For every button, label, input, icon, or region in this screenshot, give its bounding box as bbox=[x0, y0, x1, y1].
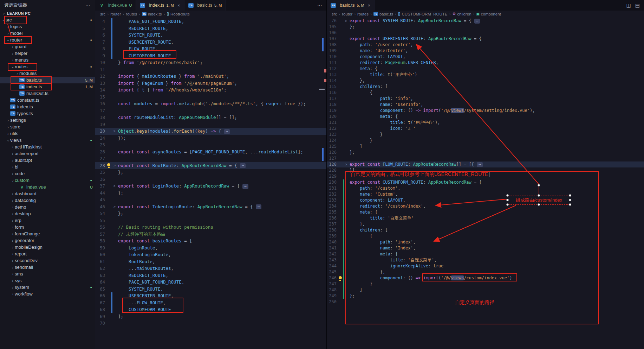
code-line-243[interactable]: 243 title: '自定义菜单', bbox=[327, 257, 644, 263]
code-line-244[interactable]: 244 ignoreKeepAlive: true bbox=[327, 263, 644, 269]
code-line-44[interactable]: 44}; bbox=[95, 190, 326, 197]
code-line-116[interactable]: 116 { bbox=[327, 90, 644, 96]
code-line-24[interactable]: 24}); bbox=[95, 135, 326, 142]
code-line-229[interactable]: 229 bbox=[327, 173, 644, 179]
code-line-68[interactable]: 68 CUSTOMFORM_ROUTE bbox=[95, 306, 326, 313]
breadcrumb-item-component[interactable]: ▣component bbox=[476, 12, 501, 16]
code-line-5[interactable]: 5 REDIRECT_ROUTE, bbox=[95, 25, 326, 32]
code-line-76[interactable]: 76>export const SYSTEM_ROUTE: AppRouteRe… bbox=[327, 18, 644, 24]
tree-item-settings[interactable]: ›settings bbox=[0, 117, 95, 123]
code-line-18[interactable]: 18const routeModuleList: AppRouteModule[… bbox=[95, 114, 326, 121]
code-line-232[interactable]: 232 name: 'Custom', bbox=[327, 191, 644, 197]
tree-item-routes[interactable]: ⌄routes● bbox=[0, 63, 95, 70]
code-line-13[interactable]: 13import { PageEnum } from '/@/enums/pag… bbox=[95, 80, 326, 87]
tree-item-model[interactable]: ›model bbox=[0, 30, 95, 37]
code-line-59[interactable]: 59 LoginRoute, bbox=[95, 245, 326, 252]
code-line-69[interactable]: 69]; bbox=[95, 313, 326, 320]
fold-chevron-icon[interactable]: > bbox=[345, 18, 350, 24]
fold-chevron-icon[interactable]: > bbox=[113, 162, 118, 169]
code-line-119[interactable]: 119 component: () => import('/@/views/sy… bbox=[327, 108, 644, 114]
code-line-121[interactable]: 121 title: t('用户中心'), bbox=[327, 120, 644, 126]
right-action-icon-1[interactable]: ▤ bbox=[635, 2, 640, 8]
close-icon[interactable]: × bbox=[177, 3, 180, 8]
code-line-125[interactable]: 125 ] bbox=[327, 144, 644, 150]
folded-ellipsis[interactable]: ⋯ bbox=[474, 19, 480, 24]
code-line-67[interactable]: 67 ...FLOW_ROUTE, bbox=[95, 299, 326, 306]
tree-item-modules[interactable]: ›modules bbox=[0, 70, 95, 77]
code-line-25[interactable]: 25 bbox=[95, 141, 326, 148]
folded-ellipsis[interactable]: ⋯ bbox=[224, 129, 230, 134]
code-line-113[interactable]: 113 title: t('用户中心') bbox=[327, 72, 644, 78]
code-line-16[interactable]: 16const modules = import.meta.glob('./mo… bbox=[95, 100, 326, 107]
tree-item-actHiTaskinst[interactable]: ›actHiTaskinst bbox=[0, 144, 95, 150]
more-actions-icon[interactable]: ⋯ bbox=[85, 2, 91, 8]
tree-item-basic.ts[interactable]: TSbasic.ts5, M bbox=[0, 77, 95, 83]
tree-item-sendmail[interactable]: ›sendmail bbox=[0, 264, 95, 271]
code-line-45[interactable]: 45 bbox=[95, 196, 326, 203]
tree-item-index.ts[interactable]: TSindex.ts bbox=[0, 103, 95, 110]
code-line-242[interactable]: 242 meta: { bbox=[327, 251, 644, 257]
code-line-17[interactable]: 17 bbox=[95, 107, 326, 114]
tree-item-src[interactable]: ⌄src● bbox=[0, 17, 95, 23]
folded-ellipsis[interactable]: ⋯ bbox=[477, 162, 483, 167]
tree-item-erp[interactable]: ›erp bbox=[0, 217, 95, 224]
code-line-28[interactable]: 28>export const RootRoute: AppRouteRecor… bbox=[95, 162, 326, 169]
code-line-127[interactable]: 127 bbox=[327, 156, 644, 161]
breadcrumb-item-index.ts[interactable]: TSindex.ts bbox=[142, 12, 162, 16]
tree-item-index.ts[interactable]: TSindex.ts1, M bbox=[0, 83, 95, 90]
fold-chevron-icon[interactable]: > bbox=[113, 183, 118, 190]
middle-code-area[interactable]: 4 PAGE_NOT_FOUND_ROUTE,5 REDIRECT_ROUTE,… bbox=[95, 17, 326, 349]
tree-item-activereport[interactable]: ›activereport bbox=[0, 150, 95, 157]
code-line-61[interactable]: 61 RootRoute, bbox=[95, 258, 326, 265]
code-line-26[interactable]: 26export const asyncRoutes = [PAGE_NOT_F… bbox=[95, 148, 326, 156]
code-line-37[interactable]: 37>export const LoginRoute: AppRouteReco… bbox=[95, 183, 326, 190]
code-line-54[interactable]: 54}; bbox=[95, 210, 326, 217]
lightbulb-icon[interactable] bbox=[338, 275, 343, 281]
lightbulb-icon[interactable] bbox=[106, 162, 111, 169]
code-line-115[interactable]: 115 children: [ bbox=[327, 84, 644, 90]
code-line-128[interactable]: 128>export const FLOW_ROUTE: AppRouteRec… bbox=[327, 161, 644, 167]
tree-item-custom[interactable]: ⌄custom● bbox=[0, 177, 95, 184]
middle-action-icon-0[interactable]: ⋯ bbox=[317, 2, 322, 8]
code-line-118[interactable]: 118 name: 'UserInfo', bbox=[327, 102, 644, 108]
tree-item-workflow[interactable]: ›workflow bbox=[0, 291, 95, 297]
code-line-58[interactable]: 58export const basicRoutes = [ bbox=[95, 237, 326, 245]
tree-item-report[interactable]: ›report bbox=[0, 250, 95, 257]
code-line-57[interactable]: 57// 未经许可的基本路由 bbox=[95, 231, 326, 238]
code-line-65[interactable]: 65 SYSTEM_ROUTE, bbox=[95, 286, 326, 293]
code-line-109[interactable]: 109 name: 'UserCenter', bbox=[327, 48, 644, 54]
code-line-112[interactable]: 112 meta: { bbox=[327, 66, 644, 72]
tab-basic.ts[interactable]: TSbasic.ts5, M× bbox=[327, 0, 375, 11]
breadcrumb-item-RootRoute[interactable]: {}RootRoute bbox=[167, 12, 190, 16]
tree-item-index.vue[interactable]: Vindex.vueU bbox=[0, 184, 95, 190]
tree-item-system[interactable]: ›system● bbox=[0, 284, 95, 291]
code-line-245[interactable]: 245 }, bbox=[327, 269, 644, 275]
code-line-241[interactable]: 241 name: 'Index', bbox=[327, 245, 644, 251]
tab-basic.ts[interactable]: TSbasic.ts5, M bbox=[184, 0, 226, 11]
code-line-46[interactable]: 46>export const TokenLoginRoute: AppRout… bbox=[95, 203, 326, 210]
breadcrumb-item-src[interactable]: src bbox=[100, 12, 105, 16]
code-line-56[interactable]: 56// Basic routing without permissions bbox=[95, 224, 326, 231]
code-line-124[interactable]: 124 } bbox=[327, 138, 644, 144]
breadcrumb-item-children[interactable]: ⚙children bbox=[452, 12, 471, 16]
breadcrumb-item-src[interactable]: src bbox=[332, 12, 337, 16]
code-line-27[interactable]: 27 bbox=[95, 155, 326, 162]
code-line-250[interactable]: 250 bbox=[327, 299, 644, 305]
tree-item-views[interactable]: ⌄views● bbox=[0, 137, 95, 144]
tree-item-helper[interactable]: ›helper bbox=[0, 50, 95, 57]
tree-item-auditOpt[interactable]: ›auditOpt bbox=[0, 157, 95, 164]
tree-item-bi[interactable]: ›bi bbox=[0, 164, 95, 170]
breadcrumb-item-router[interactable]: router bbox=[342, 12, 352, 16]
code-line-230[interactable]: 230export const CUSTOMFORM_ROUTE: AppRou… bbox=[327, 179, 644, 185]
folded-ellipsis[interactable]: ⋯ bbox=[256, 204, 262, 209]
breadcrumb-item-basic.ts[interactable]: TSbasic.ts bbox=[373, 12, 393, 16]
code-line-246[interactable]: 246 component: () => import('/@/views/cu… bbox=[327, 275, 644, 281]
code-line-60[interactable]: 60 TokenLoginRoute, bbox=[95, 251, 326, 258]
code-line-62[interactable]: 62 ...mainOutRoutes, bbox=[95, 265, 326, 272]
breadcrumb-item-router[interactable]: router bbox=[110, 12, 121, 16]
code-line-240[interactable]: 240 path: 'index', bbox=[327, 239, 644, 245]
tree-item-guard[interactable]: ›guard bbox=[0, 43, 95, 50]
breadcrumb-item-routes[interactable]: routes bbox=[126, 12, 137, 16]
code-line-107[interactable]: 107export const USERCENTER_ROUTE: AppRou… bbox=[327, 36, 644, 42]
tree-item-constant.ts[interactable]: TSconstant.ts bbox=[0, 97, 95, 103]
